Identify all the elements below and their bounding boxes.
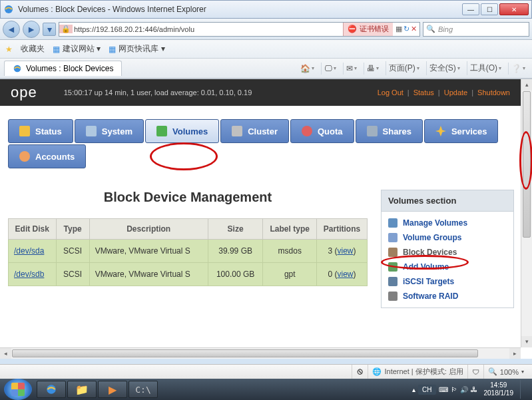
sidebar-item-raid[interactable]: Software RAID — [384, 289, 511, 303]
logout-link[interactable]: Log Out — [378, 89, 403, 97]
sidebar-item-block-devices[interactable]: Block Devices — [384, 245, 511, 260]
horizontal-scrollbar[interactable]: ◂ ▸ — [0, 347, 521, 359]
taskbar-ie[interactable] — [37, 381, 66, 398]
cluster-icon — [232, 126, 242, 136]
cell-type: SCSI — [56, 263, 89, 286]
safety-menu[interactable]: 安全(S)▾ — [426, 61, 463, 75]
mail-button[interactable]: ✉▾ — [343, 63, 360, 75]
stop-icon[interactable]: ✕ — [411, 25, 417, 33]
favorites-star-icon[interactable]: ★ — [5, 45, 13, 54]
network-icon[interactable]: 🖧 — [471, 386, 477, 393]
scroll-up-arrow[interactable]: ▴ — [521, 79, 532, 91]
minimize-button[interactable]: — — [462, 3, 479, 15]
tab-system[interactable]: System — [75, 119, 144, 143]
internet-zone[interactable]: 🌐 Internet | 保护模式: 启用 — [368, 365, 467, 379]
cell-parts: 3 (view) — [316, 240, 367, 263]
table-row: /dev/sda SCSI VMware, VMware Virtual S 3… — [9, 240, 368, 263]
cell-label: gpt — [263, 263, 316, 286]
lock-icon: 🔒 — [59, 25, 73, 33]
table-row: /dev/sdb SCSI VMware, VMware Virtual S 1… — [9, 263, 368, 286]
tools-menu[interactable]: 工具(O)▾ — [467, 61, 504, 75]
system-icon — [86, 126, 97, 136]
search-placeholder: Bing — [438, 25, 453, 33]
col-parts: Partitions — [316, 219, 367, 240]
favorites-feeds[interactable]: ▦网页快讯库 ▾ — [109, 43, 164, 55]
scroll-left-arrow[interactable]: ◂ — [0, 348, 11, 359]
forward-button[interactable]: ◄ — [23, 21, 40, 38]
status-bar: 🛇 🌐 Internet | 保护模式: 启用 🛡 🔍 100% ▾ — [0, 364, 532, 379]
recent-dropdown[interactable]: ▾ — [43, 23, 56, 36]
scroll-thumb[interactable] — [523, 91, 531, 238]
sidebar-item-volume-groups[interactable]: Volume Groups — [384, 230, 511, 245]
address-bar[interactable]: 🔒 ⛔证书错误 ▦ ↻ ✕ — [59, 22, 420, 37]
shutdown-link[interactable]: Shutdown — [477, 89, 510, 97]
maximize-button[interactable]: ☐ — [481, 3, 498, 15]
status-link[interactable]: Status — [413, 89, 434, 97]
block-icon — [388, 248, 398, 257]
cert-error-badge[interactable]: ⛔证书错误 — [343, 23, 393, 36]
disk-link[interactable]: /dev/sdb — [14, 270, 44, 279]
ime-icon[interactable]: ⌨ — [439, 386, 448, 393]
clock[interactable]: 14:59 2018/1/19 — [484, 381, 514, 397]
scroll-right-arrow[interactable]: ▸ — [509, 348, 521, 359]
disk-link[interactable]: /dev/sda — [14, 246, 44, 256]
side-panel-header: Volumes section — [382, 190, 513, 212]
view-link[interactable]: view — [337, 246, 353, 256]
zoom-icon: 🔍 — [488, 367, 497, 376]
show-desktop[interactable] — [520, 380, 527, 399]
browser-tab[interactable]: Volumes : Block Devices — [4, 61, 122, 76]
tab-status[interactable]: Status — [8, 119, 73, 143]
view-link[interactable]: view — [337, 270, 353, 279]
feeds-button[interactable]: 🖵▾ — [321, 63, 339, 75]
protected-mode-icon[interactable]: 🛡 — [467, 365, 483, 379]
scroll-thumb-h[interactable] — [12, 349, 478, 357]
tab-cluster[interactable]: Cluster — [220, 119, 289, 143]
tab-quota[interactable]: Quota — [290, 119, 354, 143]
compat-icon[interactable]: ▦ — [396, 25, 402, 33]
refresh-icon[interactable]: ↻ — [403, 25, 409, 33]
scroll-down-arrow[interactable]: ▾ — [521, 336, 532, 347]
help-button[interactable]: ❔▾ — [508, 63, 528, 75]
home-button[interactable]: 🏠▾ — [298, 63, 317, 75]
app-topbar: ope 15:00:17 up 14 min, 1 user, load ave… — [0, 79, 521, 106]
volumes-icon — [156, 126, 167, 136]
app-logo: ope — [11, 84, 37, 101]
cell-type: SCSI — [56, 240, 89, 263]
action-center-icon[interactable]: 🏳 — [451, 386, 457, 393]
volume-icon[interactable]: 🔊 — [460, 386, 468, 393]
sidebar-item-manage-volumes[interactable]: Manage Volumes — [384, 216, 511, 230]
add-icon — [388, 262, 398, 272]
update-link[interactable]: Update — [444, 89, 467, 97]
taskbar-explorer[interactable]: 📁 — [67, 381, 97, 398]
vertical-scrollbar[interactable]: ▴ ▾ — [521, 79, 532, 347]
back-button[interactable]: ◄ — [3, 21, 20, 38]
popup-blocked-icon[interactable]: 🛇 — [352, 365, 368, 379]
tab-volumes[interactable]: Volumes — [145, 119, 219, 143]
favorites-label[interactable]: 收藏夹 — [21, 43, 45, 55]
url-input[interactable] — [73, 25, 343, 33]
page-menu[interactable]: 页面(P)▾ — [386, 61, 422, 75]
taskbar-media[interactable]: ▶ — [98, 381, 127, 398]
sidebar-item-add-volume[interactable]: Add Volume — [384, 260, 511, 274]
close-button[interactable]: ✕ — [499, 3, 529, 15]
zoom-control[interactable]: 🔍 100% ▾ — [483, 365, 528, 379]
status-icon — [19, 126, 30, 136]
favorites-suggested[interactable]: ▦建议网站 ▾ — [53, 43, 101, 55]
uptime-text: 15:00:17 up 14 min, 1 user, load average… — [64, 89, 252, 97]
tab-accounts[interactable]: Accounts — [8, 144, 86, 168]
language-indicator[interactable]: CH — [418, 385, 435, 395]
sidebar-item-iscsi[interactable]: iSCSI Targets — [384, 274, 511, 289]
start-button[interactable] — [4, 379, 32, 400]
nav-toolbar: ◄ ◄ ▾ 🔒 ⛔证书错误 ▦ ↻ ✕ 🔍 Bing — [0, 19, 532, 40]
cell-size: 39.99 GB — [208, 240, 263, 263]
services-icon — [435, 126, 446, 136]
tab-shares[interactable]: Shares — [356, 119, 423, 143]
main-area: Status System Volumes Cluster Quota Shar… — [0, 106, 521, 315]
print-button[interactable]: 🖶▾ — [364, 63, 382, 75]
tab-services[interactable]: Services — [424, 119, 499, 143]
search-box[interactable]: 🔍 Bing — [423, 22, 529, 37]
top-links: Log Out| Status| Update| Shutdown — [378, 89, 510, 97]
window-titlebar: Volumes : Block Devices - Windows Intern… — [0, 0, 532, 19]
show-hidden-icons[interactable]: ▴ — [412, 386, 415, 393]
taskbar-cmd[interactable]: C:\ — [129, 381, 158, 398]
